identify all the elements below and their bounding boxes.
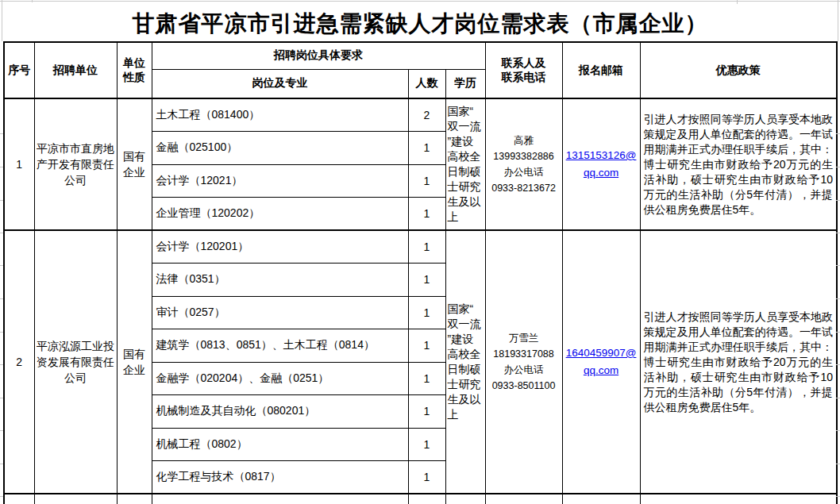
position-cell: 金融学（020204）、金融（0251）: [152, 362, 408, 395]
gridline-stub: [836, 200, 840, 201]
position-cell: 化学工程与技术（0817）: [152, 461, 408, 494]
gridline-stub: [836, 233, 840, 233]
email-cell: 1640459907@qq.com: [562, 230, 640, 494]
gridline: [0, 1, 840, 2]
count-cell: 1: [408, 296, 445, 329]
gridline-stub: [0, 167, 3, 167]
header-position: 岗位及专业: [152, 69, 408, 98]
count-cell: 1: [408, 132, 445, 165]
company-name-cell: 平凉市市直房地产开发有限责任公司: [34, 98, 117, 230]
company-name-cell: 平凉泓源工业投资发展有限责任公司: [34, 230, 117, 494]
empty-cell: [485, 494, 562, 504]
empty-cell: [562, 494, 640, 504]
position-cell: 审计（0257）: [152, 296, 408, 329]
company-nature-cell: 国有 企业: [117, 98, 152, 230]
gridline-stub: [0, 430, 3, 431]
position-cell: 机械工程（0802）: [152, 428, 408, 461]
empty-cell: [408, 494, 445, 504]
position-cell: 企业管理（120202）: [152, 198, 408, 231]
email-link[interactable]: 1315153126@qq.com: [566, 149, 637, 179]
gridline-stub: [0, 464, 3, 464]
email-cell: 1315153126@qq.com: [562, 98, 640, 230]
header-contact: 联系人及 联系电话: [485, 42, 562, 98]
gridline-stub: [836, 430, 840, 431]
gridline-stub: [836, 464, 840, 464]
count-cell: 1: [408, 362, 445, 395]
gridline-stub: [0, 398, 3, 398]
count-cell: 1: [408, 164, 445, 198]
count-cell: 1: [408, 264, 445, 297]
gridline-stub: [0, 332, 3, 333]
position-cell: 土木工程（081400）: [152, 98, 408, 132]
empty-cell: [445, 494, 485, 504]
gridline: [737, 0, 738, 4]
gridline-stub: [836, 133, 840, 134]
position-cell: 会计学（120201）: [152, 230, 408, 264]
header-count: 人数: [408, 69, 445, 98]
gridline-stub: [0, 265, 3, 266]
gridline-stub: [836, 332, 840, 333]
education-cell: 国家“双一流”建设高校全日制硕士研究生及以上: [445, 98, 485, 230]
gridline-stub: [0, 200, 3, 201]
gridline: [32, 0, 33, 2]
header-requirements: 招聘岗位具体要求: [152, 42, 485, 69]
header-education: 学历: [445, 69, 485, 98]
contact-cell: 高雅 13993382886 办公电话 0933-8213672: [485, 98, 562, 230]
policy-cell: 引进人才按照同等学历人员享受本地政策规定及用人单位配套的待遇。一年试用期满并正式…: [640, 98, 837, 230]
count-cell: 1: [408, 428, 445, 461]
gridline-stub: [0, 364, 3, 365]
gridline-stub: [836, 265, 840, 266]
count-cell: 1: [408, 230, 445, 264]
count-cell: 1: [408, 198, 445, 231]
position-cell: 金融（025100）: [152, 132, 408, 165]
gridline-stub: [836, 398, 840, 398]
seq-cell: 2: [4, 230, 34, 494]
gridline-stub: [0, 496, 3, 497]
position-cell: 机械制造及其自动化（080201）: [152, 395, 408, 429]
policy-cell: 引进人才按照同等学历人员享受本地政策规定及用人单位配套的待遇。一年试用期满并正式…: [640, 230, 837, 494]
position-cell: 会计学（12021）: [152, 164, 408, 198]
gridline-stub: [836, 496, 840, 497]
empty-cell: [34, 494, 117, 504]
header-seq: 序号: [4, 42, 34, 98]
position-cell: 建筑学（0813、0851）、土木工程（0814）: [152, 329, 408, 363]
empty-cell: [117, 494, 152, 504]
count-cell: 2: [408, 98, 445, 132]
education-cell: 国家“双一流”建设高校全日制硕士研究生及以上: [445, 230, 485, 494]
count-cell: 1: [408, 461, 445, 494]
empty-cell: [152, 494, 408, 504]
header-policy: 优惠政策: [640, 42, 837, 98]
header-email: 报名邮箱: [562, 42, 640, 98]
email-link[interactable]: 1640459907@qq.com: [566, 347, 637, 376]
empty-cell: [4, 494, 34, 504]
header-nature: 单位 性质: [117, 42, 152, 98]
position-cell: 法律（0351）: [152, 264, 408, 297]
company-nature-cell: 国有 企业: [117, 230, 152, 494]
gridline-stub: [0, 133, 3, 134]
gridline-stub: [836, 364, 840, 365]
empty-cell: [640, 494, 837, 504]
contact-cell: 万雪兰 18193317088 办公电话 0933-8501100: [485, 230, 562, 494]
gridline-stub: [836, 298, 840, 299]
gridline-stub: [0, 233, 3, 233]
recruitment-table: 序号 招聘单位 单位 性质 招聘岗位具体要求 联系人及 联系电话 报名邮箱 优惠…: [3, 41, 838, 504]
spreadsheet-canvas: 甘肃省平凉市引进急需紧缺人才岗位需求表（市属企业） 序号 招聘单位 单位 性质 …: [0, 0, 840, 504]
count-cell: 1: [408, 329, 445, 363]
count-cell: 1: [408, 395, 445, 429]
gridline-stub: [836, 167, 840, 167]
header-unit: 招聘单位: [34, 42, 117, 98]
page-title: 甘肃省平凉市引进急需紧缺人才岗位需求表（市属企业）: [0, 6, 840, 41]
seq-cell: 1: [4, 98, 34, 230]
gridline-stub: [0, 298, 3, 299]
